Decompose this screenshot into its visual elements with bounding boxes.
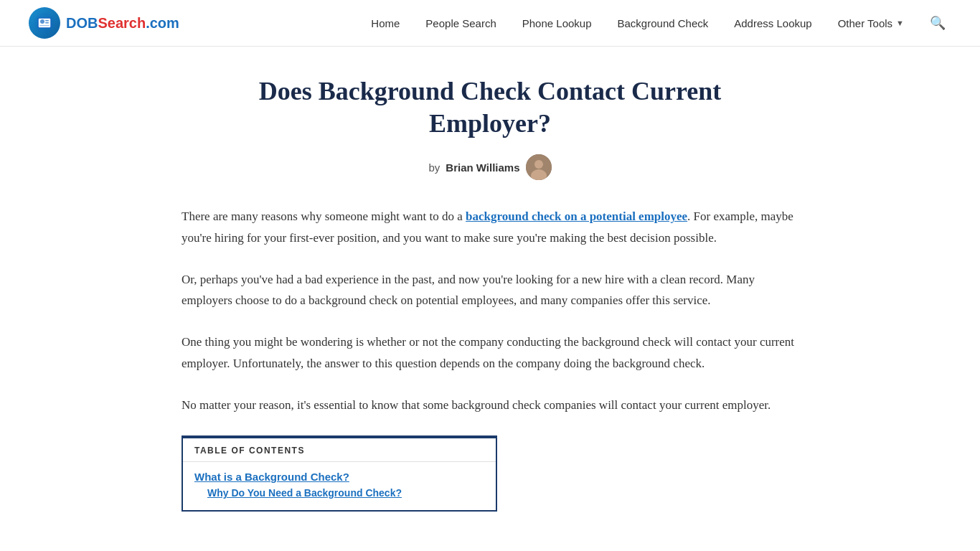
nav-address-lookup[interactable]: Address Lookup [721, 0, 824, 47]
svg-rect-5 [39, 25, 50, 26]
paragraph-3: One thing you might be wondering is whet… [182, 331, 798, 375]
logo-icon [29, 7, 60, 39]
p1-before-link: There are many reasons why someone might… [182, 209, 466, 223]
author-name: Brian Williams [446, 161, 519, 174]
background-check-link[interactable]: background check on a potential employee [466, 209, 687, 223]
paragraph-1: There are many reasons why someone might… [182, 206, 798, 249]
toc-body: What is a Background Check? Why Do You N… [183, 462, 496, 510]
site-header: DOBSearch.com Home People Search Phone L… [0, 0, 980, 47]
toc-item-background-check[interactable]: What is a Background Check? [194, 471, 484, 483]
chevron-down-icon: ▼ [896, 0, 904, 47]
nav-home[interactable]: Home [358, 0, 413, 47]
svg-point-2 [40, 19, 44, 24]
main-nav: Home People Search Phone Lookup Backgrou… [358, 0, 917, 47]
nav-background-check[interactable]: Background Check [605, 0, 722, 47]
main-content: Does Background Check Contact Current Em… [167, 47, 813, 540]
logo-text: DOBSearch.com [66, 15, 179, 32]
search-icon[interactable]: 🔍 [924, 0, 951, 47]
nav-phone-lookup[interactable]: Phone Lookup [509, 0, 605, 47]
toc-item-why-need[interactable]: Why Do You Need a Background Check? [194, 487, 484, 499]
svg-rect-1 [38, 18, 51, 28]
avatar [526, 154, 552, 180]
svg-point-7 [534, 160, 543, 169]
author-prefix: by [428, 161, 440, 174]
svg-rect-4 [45, 22, 49, 24]
nav-people-search[interactable]: People Search [413, 0, 509, 47]
article-body: There are many reasons why someone might… [182, 206, 798, 512]
logo-link[interactable]: DOBSearch.com [29, 7, 179, 39]
paragraph-2: Or, perhaps you've had a bad experience … [182, 269, 798, 312]
svg-rect-3 [45, 20, 49, 22]
nav-other-tools[interactable]: Other Tools ▼ [825, 0, 917, 47]
paragraph-4: No matter your reason, it's essential to… [182, 395, 798, 416]
author-line: by Brian Williams [182, 154, 798, 180]
toc-header: TABLE OF CONTENTS [183, 438, 496, 462]
table-of-contents: TABLE OF CONTENTS What is a Background C… [182, 435, 497, 512]
article-title: Does Background Check Contact Current Em… [217, 75, 763, 140]
